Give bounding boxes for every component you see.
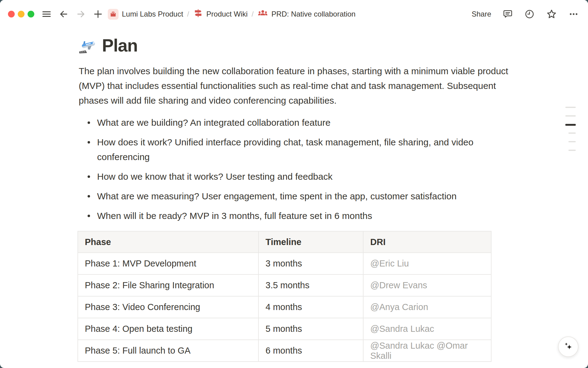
timeline-cell[interactable]: 3.5 months [258,274,363,296]
dri-mention[interactable]: @Eric Liu [363,253,491,274]
bullet-dot [88,121,90,124]
star-icon[interactable] [546,9,557,20]
table-row: Phase 4: Open beta testing 5 months @San… [78,318,491,340]
people-icon [258,8,268,20]
breadcrumb-item-wiki[interactable]: Product Wiki [193,8,248,20]
close-window-button[interactable] [8,11,15,17]
page-title[interactable]: Plan [102,35,138,56]
phase-cell[interactable]: Phase 1: MVP Development [78,253,258,274]
breadcrumb-item-teamspace[interactable]: Lumi Labs Product [108,9,183,20]
outline-bar-active[interactable] [565,124,576,126]
airplane-departure-emoji[interactable] [79,36,96,54]
list-item[interactable]: How do we know that it works? User testi… [79,167,509,186]
sparkles-icon [563,341,574,353]
breadcrumb-label: Lumi Labs Product [122,10,183,18]
outline-bar[interactable] [568,132,576,134]
bullet-text: What are we building? An integrated coll… [97,115,330,130]
table-header-row: Phase Timeline DRI [78,231,491,253]
bullet-dot [88,141,90,144]
breadcrumb-label: PRD: Native collaboration [271,10,356,18]
bullet-list: What are we building? An integrated coll… [79,113,509,226]
list-item[interactable]: What are we building? An integrated coll… [79,113,509,132]
dri-mention[interactable]: @Drew Evans [363,274,491,296]
phase-cell[interactable]: Phase 5: Full launch to GA [78,340,258,362]
outline-bar[interactable] [568,150,576,151]
minimize-window-button[interactable] [18,11,24,17]
bullet-dot [88,195,90,197]
share-button[interactable]: Share [472,10,491,18]
bullet-text: When will it be ready? MVP in 3 months, … [97,209,372,223]
signpost-icon [193,8,203,20]
breadcrumb-separator: / [247,10,258,18]
more-icon[interactable] [568,9,579,19]
breadcrumb-label: Product Wiki [206,10,248,18]
zoom-window-button[interactable] [28,11,34,17]
breadcrumb-separator: / [183,10,193,18]
ai-assistant-button[interactable] [558,336,579,357]
table-row: Phase 5: Full launch to GA 6 months @San… [78,340,491,362]
table-row: Phase 2: File Sharing Integration 3.5 mo… [78,274,491,296]
timeline-cell[interactable]: 3 months [258,253,363,274]
topbar: Lumi Labs Product / Product Wiki / PRD: … [0,0,588,28]
phase-cell[interactable]: Phase 4: Open beta testing [78,318,258,340]
breadcrumb-item-page[interactable]: PRD: Native collaboration [258,8,356,20]
outline-bar[interactable] [565,115,576,117]
outline-bar[interactable] [565,107,576,108]
timeline-cell[interactable]: 4 months [258,296,363,318]
page-title-block: Plan [79,35,509,56]
bullet-text: How do we know that it works? User testi… [97,169,333,184]
outline-bar[interactable] [568,141,576,142]
back-arrow-icon[interactable] [59,9,69,19]
dri-mention[interactable]: @Anya Carion [363,296,491,318]
app-window: Lumi Labs Product / Product Wiki / PRD: … [0,0,588,368]
column-header-phase[interactable]: Phase [78,231,258,253]
bullet-text: What are we measuring? User engagement, … [97,189,457,204]
forward-arrow-icon[interactable] [76,9,86,19]
briefcase-icon [108,9,119,20]
list-item[interactable]: What are we measuring? User engagement, … [79,186,509,206]
phase-cell[interactable]: Phase 3: Video Conferencing [78,296,258,318]
list-item[interactable]: When will it be ready? MVP in 3 months, … [79,206,509,226]
dri-mention[interactable]: @Sandra Lukac [363,318,491,340]
bullet-dot [88,175,90,178]
phases-table: Phase Timeline DRI Phase 1: MVP Developm… [77,231,492,362]
page-body: Plan The plan involves building the new … [79,35,509,362]
outline-indicator [565,107,576,158]
table-row: Phase 3: Video Conferencing 4 months @An… [78,296,491,318]
bullet-dot [88,215,90,217]
clock-icon[interactable] [524,9,535,19]
intro-paragraph[interactable]: The plan involves building the new colla… [79,64,509,108]
sidebar-menu-icon[interactable] [42,9,51,19]
timeline-cell[interactable]: 5 months [258,318,363,340]
breadcrumb: Lumi Labs Product / Product Wiki / PRD: … [108,8,356,20]
comment-icon[interactable] [503,9,513,19]
column-header-dri[interactable]: DRI [363,231,491,253]
window-controls [8,11,34,17]
dri-mention[interactable]: @Sandra Lukac @Omar Skalli [363,340,491,362]
bullet-text: How does it work? Unified interface prov… [97,135,509,164]
list-item[interactable]: How does it work? Unified interface prov… [79,132,509,167]
timeline-cell[interactable]: 6 months [258,340,363,362]
phase-cell[interactable]: Phase 2: File Sharing Integration [78,274,258,296]
table-row: Phase 1: MVP Development 3 months @Eric … [78,253,491,274]
new-page-plus-icon[interactable] [93,9,103,19]
column-header-timeline[interactable]: Timeline [258,231,363,253]
